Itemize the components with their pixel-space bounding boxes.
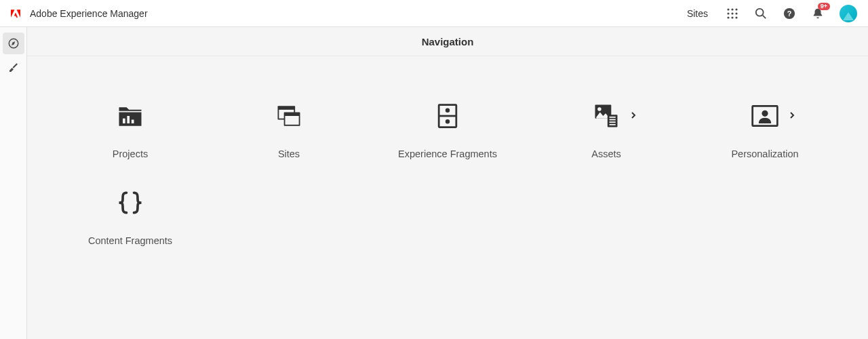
topbar-actions: ? 9+ bbox=[726, 5, 857, 22]
notification-badge: 9+ bbox=[818, 3, 830, 11]
main: Navigation Projects bbox=[27, 27, 868, 339]
svg-text:?: ? bbox=[787, 9, 792, 18]
svg-point-7 bbox=[731, 16, 733, 18]
svg-rect-20 bbox=[285, 116, 299, 125]
top-bar: Adobe Experience Manager Sites ? 9+ bbox=[0, 0, 868, 27]
svg-line-10 bbox=[763, 15, 766, 18]
tile-sites[interactable]: Sites bbox=[228, 97, 350, 159]
svg-point-23 bbox=[446, 109, 449, 112]
tile-label: Content Fragments bbox=[88, 235, 172, 246]
svg-point-2 bbox=[735, 8, 737, 10]
svg-point-33 bbox=[762, 111, 768, 117]
svg-rect-16 bbox=[132, 120, 134, 124]
svg-rect-28 bbox=[610, 117, 616, 118]
svg-rect-14 bbox=[123, 119, 125, 123]
assets-icon bbox=[587, 97, 625, 135]
svg-point-0 bbox=[727, 8, 729, 10]
svg-point-4 bbox=[731, 12, 733, 14]
svg-rect-30 bbox=[610, 121, 616, 123]
tile-grid: Projects Sites bbox=[27, 56, 868, 339]
tile-experience-fragments[interactable]: Experience Fragments bbox=[387, 97, 509, 159]
tile-label: Sites bbox=[278, 148, 300, 159]
tile-assets[interactable]: Assets bbox=[545, 97, 667, 159]
rail-navigation-icon[interactable] bbox=[3, 33, 24, 54]
personalization-icon bbox=[746, 97, 784, 135]
app-title: Adobe Experience Manager bbox=[30, 8, 148, 19]
apps-icon[interactable] bbox=[726, 7, 739, 20]
tile-label: Projects bbox=[113, 148, 148, 159]
projects-icon bbox=[111, 97, 149, 135]
search-icon[interactable] bbox=[754, 7, 768, 20]
sites-icon bbox=[270, 97, 308, 135]
svg-rect-15 bbox=[127, 116, 130, 123]
layout: Navigation Projects bbox=[0, 27, 868, 339]
tile-label: Personalization bbox=[731, 148, 798, 159]
notifications-icon[interactable]: 9+ bbox=[811, 7, 825, 20]
svg-point-6 bbox=[727, 16, 729, 18]
main-header: Navigation bbox=[27, 27, 868, 56]
experience-fragments-icon bbox=[429, 97, 467, 135]
tile-content-fragments[interactable]: Content Fragments bbox=[69, 184, 191, 246]
adobe-logo-icon bbox=[11, 9, 20, 18]
content-fragments-icon bbox=[111, 184, 149, 222]
avatar[interactable] bbox=[840, 5, 857, 22]
svg-rect-29 bbox=[610, 119, 616, 121]
tile-projects[interactable]: Projects bbox=[69, 97, 191, 159]
tile-personalization[interactable]: Personalization bbox=[704, 97, 826, 159]
tile-label: Assets bbox=[591, 148, 621, 159]
help-icon[interactable]: ? bbox=[783, 7, 796, 20]
svg-point-1 bbox=[731, 8, 733, 10]
svg-point-5 bbox=[735, 12, 737, 14]
svg-point-3 bbox=[727, 12, 729, 14]
chevron-right-icon bbox=[788, 110, 796, 122]
context-label[interactable]: Sites bbox=[687, 8, 708, 19]
tile-label: Experience Fragments bbox=[398, 148, 497, 159]
left-rail bbox=[0, 27, 27, 339]
svg-rect-31 bbox=[610, 124, 616, 125]
rail-tools-icon[interactable] bbox=[3, 57, 24, 79]
svg-point-9 bbox=[756, 8, 764, 16]
chevron-right-icon bbox=[629, 110, 637, 122]
svg-point-26 bbox=[597, 107, 601, 111]
svg-point-8 bbox=[735, 16, 737, 18]
svg-point-24 bbox=[446, 120, 449, 123]
page-title: Navigation bbox=[422, 36, 474, 47]
